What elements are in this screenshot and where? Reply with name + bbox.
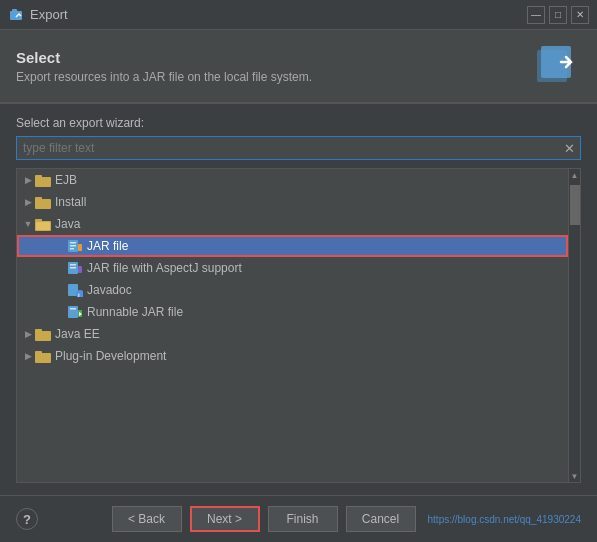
javadoc-icon: i xyxy=(67,283,83,297)
item-label: Java EE xyxy=(55,327,100,341)
scrollbar-track xyxy=(569,181,580,470)
svg-rect-7 xyxy=(35,197,42,201)
expand-icon: ▶ xyxy=(21,327,35,341)
item-label: Plug-in Development xyxy=(55,349,166,363)
svg-rect-1 xyxy=(12,9,17,12)
folder-icon xyxy=(35,349,51,363)
svg-rect-10 xyxy=(36,222,50,230)
search-clear-button[interactable]: ✕ xyxy=(560,139,578,157)
expand-icon: ▼ xyxy=(21,217,35,231)
list-item[interactable]: ▶ Install xyxy=(17,191,568,213)
item-label: Java xyxy=(55,217,80,231)
svg-rect-19 xyxy=(78,266,82,273)
search-input[interactable] xyxy=(17,139,560,157)
folder-icon xyxy=(35,327,51,341)
svg-rect-18 xyxy=(70,267,76,269)
expand-icon: ▶ xyxy=(21,173,35,187)
window-icon xyxy=(8,7,24,23)
header-description: Export resources into a JAR file on the … xyxy=(16,70,521,84)
list-item[interactable]: i Javadoc xyxy=(17,279,568,301)
list-item[interactable]: JAR file with AspectJ support xyxy=(17,257,568,279)
expand-icon xyxy=(53,239,67,253)
finish-button[interactable]: Finish xyxy=(268,506,338,532)
expand-icon: ▶ xyxy=(21,349,35,363)
svg-rect-28 xyxy=(35,329,42,333)
wizard-label: Select an export wizard: xyxy=(16,116,581,130)
item-label: Install xyxy=(55,195,86,209)
header-text: Select Export resources into a JAR file … xyxy=(16,49,521,84)
jar-file-icon xyxy=(67,239,83,253)
expand-icon: ▶ xyxy=(21,195,35,209)
item-label: Runnable JAR file xyxy=(87,305,183,319)
folder-icon xyxy=(35,195,51,209)
list-item[interactable]: ▼ Java xyxy=(17,213,568,235)
export-wizard-icon xyxy=(533,42,581,90)
tree-list: ▶ EJB ▶ Install ▼ xyxy=(17,169,568,482)
cancel-button[interactable]: Cancel xyxy=(346,506,416,532)
title-bar: Export — □ ✕ xyxy=(0,0,597,30)
help-button[interactable]: ? xyxy=(16,508,38,530)
svg-rect-14 xyxy=(70,248,74,250)
scroll-down-arrow[interactable]: ▼ xyxy=(569,470,581,482)
footer-section: ? < Back Next > Finish Cancel https://bl… xyxy=(0,496,597,542)
item-label: Javadoc xyxy=(87,283,132,297)
list-item[interactable]: ▶ EJB xyxy=(17,169,568,191)
maximize-button[interactable]: □ xyxy=(549,6,567,24)
svg-rect-23 xyxy=(68,306,78,318)
svg-rect-24 xyxy=(70,308,76,310)
list-item[interactable]: JAR file xyxy=(17,235,568,257)
back-button[interactable]: < Back xyxy=(112,506,182,532)
scrollbar[interactable]: ▲ ▼ xyxy=(568,169,580,482)
jar-aspectj-icon xyxy=(67,261,83,275)
minimize-button[interactable]: — xyxy=(527,6,545,24)
search-container: ✕ xyxy=(16,136,581,160)
svg-rect-12 xyxy=(70,242,76,244)
list-item[interactable]: Runnable JAR file xyxy=(17,301,568,323)
svg-rect-13 xyxy=(70,245,76,247)
svg-rect-17 xyxy=(70,264,76,266)
item-label: JAR file with AspectJ support xyxy=(87,261,242,275)
scrollbar-thumb[interactable] xyxy=(570,185,580,225)
next-button[interactable]: Next > xyxy=(190,506,260,532)
scroll-up-arrow[interactable]: ▲ xyxy=(569,169,581,181)
svg-rect-30 xyxy=(35,351,42,355)
header-section: Select Export resources into a JAR file … xyxy=(0,30,597,103)
tree-container: ▶ EJB ▶ Install ▼ xyxy=(16,168,581,483)
window-title: Export xyxy=(30,7,527,22)
folder-icon xyxy=(35,173,51,187)
folder-icon-open xyxy=(35,217,51,231)
list-item[interactable]: ▶ Java EE xyxy=(17,323,568,345)
expand-icon xyxy=(53,305,67,319)
content-area: Select an export wizard: ✕ ▶ EJB ▶ xyxy=(0,104,597,495)
header-title: Select xyxy=(16,49,521,66)
svg-rect-15 xyxy=(78,244,82,251)
svg-rect-5 xyxy=(35,175,42,179)
close-button[interactable]: ✕ xyxy=(571,6,589,24)
window-controls: — □ ✕ xyxy=(527,6,589,24)
expand-icon xyxy=(53,261,67,275)
url-label: https://blog.csdn.net/qq_41930224 xyxy=(428,514,581,525)
item-label: EJB xyxy=(55,173,77,187)
expand-icon xyxy=(53,283,67,297)
list-item[interactable]: ▶ Plug-in Development xyxy=(17,345,568,367)
runnable-jar-icon xyxy=(67,305,83,319)
item-label: JAR file xyxy=(87,239,128,253)
